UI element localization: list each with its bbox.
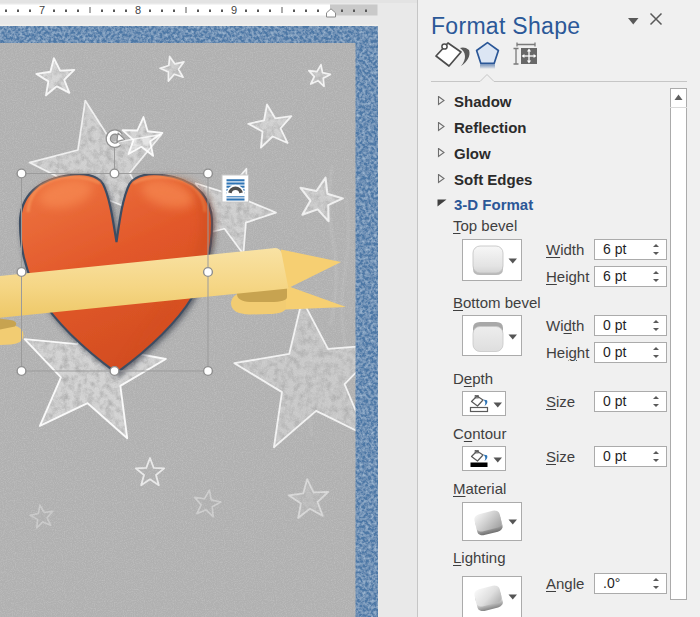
svg-text:8: 8: [135, 4, 141, 16]
svg-text:9: 9: [231, 4, 237, 16]
svg-text:7: 7: [39, 4, 45, 16]
